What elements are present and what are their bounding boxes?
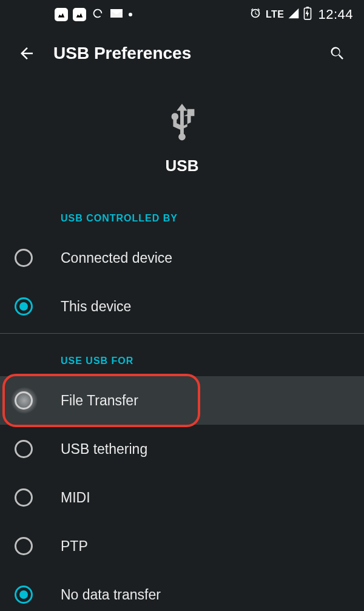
status-bar-right: LTE 12:44: [249, 7, 353, 22]
email-icon: [109, 6, 124, 23]
section-header-use-for: USE USB FOR: [0, 352, 364, 376]
option-usb-tethering[interactable]: USB tethering: [0, 425, 364, 473]
usb-hero: USB: [0, 102, 364, 175]
messenger-notification-icon: [55, 8, 68, 21]
messenger-notification-icon-2: [73, 8, 86, 21]
more-notifications-dot-icon: [129, 13, 132, 16]
sync-icon: [91, 7, 104, 22]
option-ptp[interactable]: PTP: [0, 522, 364, 570]
section-divider: [0, 333, 364, 334]
usb-icon: [161, 102, 203, 147]
option-this-device[interactable]: This device: [0, 282, 364, 331]
radio-icon: [15, 488, 33, 507]
radio-icon: [15, 537, 33, 555]
section-header-controlled-by: USB CONTROLLED BY: [0, 209, 364, 234]
alarm-icon: [249, 7, 262, 22]
option-connected-device[interactable]: Connected device: [0, 234, 364, 282]
radio-icon: [15, 440, 33, 458]
usb-hero-label: USB: [166, 157, 199, 175]
option-label: No data transfer: [61, 587, 161, 603]
page-title: USB Preferences: [53, 44, 324, 63]
app-bar: USB Preferences: [0, 29, 364, 78]
battery-charging-icon: [303, 7, 312, 22]
option-label: Connected device: [61, 250, 172, 266]
option-label: USB tethering: [61, 441, 147, 457]
back-button[interactable]: [13, 40, 40, 67]
arrow-back-icon: [18, 44, 36, 62]
option-file-transfer[interactable]: File Transfer: [0, 376, 364, 425]
cellular-signal-icon: [288, 7, 300, 22]
status-bar: LTE 12:44: [0, 0, 364, 29]
search-button[interactable]: [324, 40, 351, 67]
option-label: PTP: [61, 538, 88, 555]
option-label: MIDI: [61, 490, 90, 506]
option-label: This device: [61, 299, 131, 315]
radio-icon: [15, 586, 33, 604]
option-no-data-transfer[interactable]: No data transfer: [0, 570, 364, 611]
radio-icon: [15, 391, 33, 410]
status-clock: 12:44: [318, 7, 353, 22]
radio-icon: [15, 297, 33, 316]
option-label: File Transfer: [61, 393, 138, 409]
option-midi[interactable]: MIDI: [0, 473, 364, 522]
status-bar-left: [55, 6, 132, 23]
network-type-label: LTE: [266, 9, 285, 20]
search-icon: [329, 45, 346, 62]
radio-icon: [15, 249, 33, 267]
svg-rect-1: [306, 7, 309, 8]
